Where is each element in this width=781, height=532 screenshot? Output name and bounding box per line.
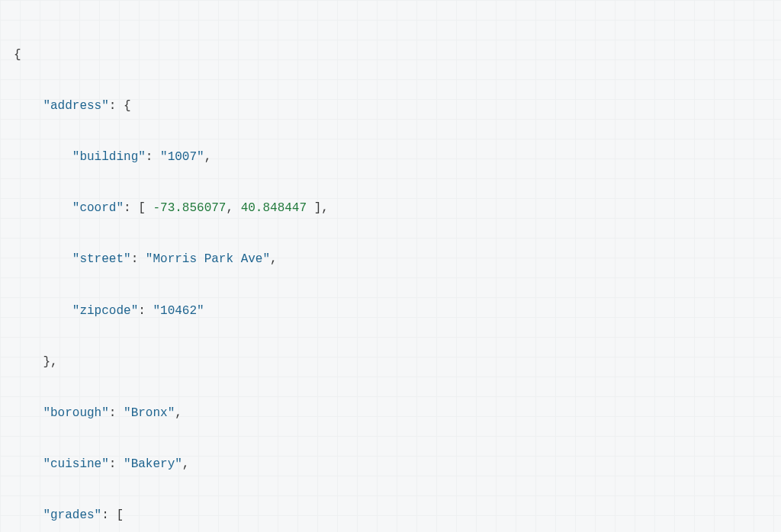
value-borough: "Bronx": [124, 406, 175, 420]
code-line: "street": "Morris Park Ave",: [14, 247, 767, 273]
value-cuisine: "Bakery": [124, 457, 182, 471]
json-document-block: { "address": { "building": "1007", "coor…: [14, 17, 767, 532]
key-grades: "grades": [43, 508, 101, 522]
code-line: "address": {: [14, 94, 767, 120]
code-line: "grades": [: [14, 503, 767, 529]
key-address: "address": [43, 99, 108, 113]
value-street: "Morris Park Ave": [146, 252, 270, 266]
code-line: "zipcode": "10462": [14, 299, 767, 325]
brace-open: {: [14, 48, 21, 62]
key-coord: "coord": [72, 201, 124, 215]
code-line: "cuisine": "Bakery",: [14, 452, 767, 478]
value-building: "1007": [160, 150, 204, 164]
code-line: {: [14, 43, 767, 69]
key-zipcode: "zipcode": [72, 304, 138, 318]
value-coord-lon: -73.856077: [153, 201, 226, 215]
code-line: },: [14, 350, 767, 376]
key-borough: "borough": [43, 406, 108, 420]
code-line: "borough": "Bronx",: [14, 401, 767, 427]
key-building: "building": [72, 150, 146, 164]
code-line: "coord": [ -73.856077, 40.848447 ],: [14, 196, 767, 222]
key-street: "street": [72, 252, 131, 266]
value-coord-lat: 40.848447: [241, 201, 307, 215]
code-line: "building": "1007",: [14, 145, 767, 171]
key-cuisine: "cuisine": [43, 457, 108, 471]
value-zipcode: "10462": [153, 304, 204, 318]
